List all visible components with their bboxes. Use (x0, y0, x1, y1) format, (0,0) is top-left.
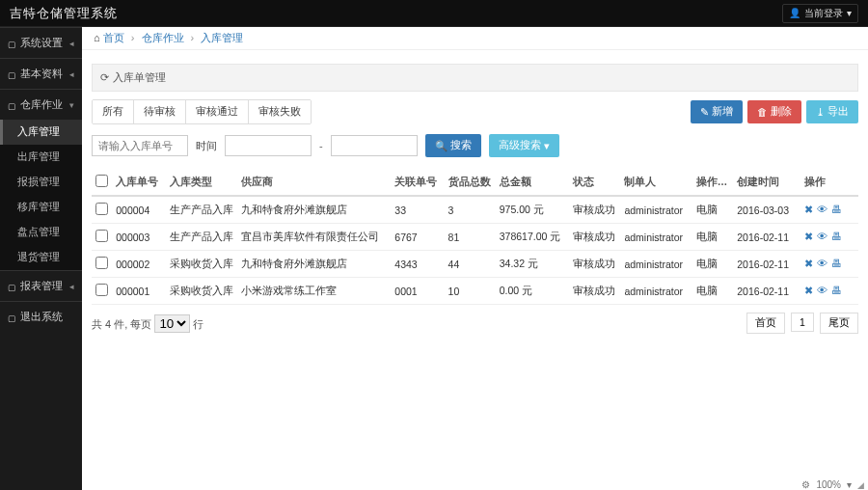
status-bar: ⚙ 100% ▾ ◢ (801, 479, 864, 490)
row-delete-icon[interactable]: ✖ (804, 285, 813, 296)
caret-icon: ▾ (69, 100, 74, 110)
chevron-down-icon: ▾ (847, 8, 852, 18)
time-to-input[interactable] (331, 135, 418, 156)
trash-icon: 🗑 (757, 106, 768, 118)
page-size-select[interactable]: 10 (154, 314, 190, 333)
sidebar-item-2-5[interactable]: 退货管理 (0, 245, 82, 270)
advanced-search-button[interactable]: 高级搜索▾ (489, 134, 559, 157)
table-row: 000003生产产品入库宜昌市美库软件有限责任公司676781378617.00… (92, 224, 858, 251)
panel-title-text: 入库单管理 (113, 70, 166, 85)
order-no-input[interactable] (92, 135, 188, 156)
breadcrumb-home[interactable]: 首页 (103, 32, 124, 43)
sidebar-item-2-4[interactable]: 盘点管理 (0, 220, 82, 245)
sidebar-group-2[interactable]: 仓库作业▾ (0, 90, 82, 120)
topbar: 吉特仓储管理系统 👤 当前登录 ▾ (0, 0, 868, 27)
refresh-icon: ⟳ (100, 71, 109, 84)
caret-icon: ◂ (69, 282, 74, 291)
breadcrumb-2[interactable]: 入库管理 (201, 32, 243, 43)
row-delete-icon[interactable]: ✖ (804, 258, 813, 269)
sidebar-item-2-3[interactable]: 移库管理 (0, 195, 82, 220)
tab-all[interactable]: 所有 (93, 100, 134, 123)
user-label: 当前登录 (804, 7, 843, 20)
breadcrumb: ⌂ 首页 › 仓库作业 › 入库管理 (82, 27, 868, 50)
row-print-icon[interactable]: 🖶 (831, 204, 842, 215)
pager-page[interactable]: 1 (791, 313, 814, 332)
bookmark-icon (8, 281, 16, 292)
sidebar-item-2-0[interactable]: 入库管理 (0, 120, 82, 145)
bookmark-icon (8, 99, 16, 111)
row-view-icon[interactable]: 👁 (817, 231, 827, 242)
row-checkbox[interactable] (95, 284, 108, 296)
time-label: 时间 (196, 139, 217, 153)
tab-passed[interactable]: 审核通过 (186, 100, 249, 123)
select-all-checkbox[interactable] (95, 175, 108, 187)
sidebar: ‹ 系统设置◂基本资料◂仓库作业▾入库管理出库管理报损管理移库管理盘点管理退货管… (0, 27, 82, 490)
row-print-icon[interactable]: 🖶 (831, 231, 842, 242)
user-icon: 👤 (789, 8, 800, 18)
row-print-icon[interactable]: 🖶 (831, 285, 842, 296)
sidebar-group-3[interactable]: 报表管理◂ (0, 271, 82, 301)
bookmark-icon (8, 312, 16, 323)
resize-grip-icon[interactable]: ◢ (857, 480, 864, 490)
caret-icon: ◂ (69, 69, 74, 79)
sidebar-item-2-2[interactable]: 报损管理 (0, 170, 82, 195)
sidebar-group-1[interactable]: 基本资料◂ (0, 59, 82, 89)
bookmark-icon (8, 68, 16, 80)
zoom-level: 100% (816, 479, 841, 490)
tab-pending[interactable]: 待审核 (134, 100, 186, 123)
sidebar-group-4[interactable]: 退出系统 (0, 302, 82, 332)
row-delete-icon[interactable]: ✖ (804, 231, 813, 242)
zoom-caret-icon[interactable]: ▾ (847, 479, 852, 490)
new-button[interactable]: ✎新增 (691, 100, 743, 123)
breadcrumb-1[interactable]: 仓库作业 (142, 32, 184, 43)
row-checkbox[interactable] (95, 257, 108, 269)
caret-icon: ◂ (69, 39, 74, 48)
app-title: 吉特仓储管理系统 (10, 5, 118, 22)
table-row: 000002采购收货入库九和特食府外滩旗舰店43434434.32 元审核成功a… (92, 251, 858, 278)
data-table: 入库单号 入库类型 供应商 关联单号 货品总数 总金额 状态 制单人 操作方式 … (92, 169, 858, 305)
main-content: ⌂ 首页 › 仓库作业 › 入库管理 ⟳ 入库单管理 所有 待审核 审核通过 审… (82, 27, 868, 490)
table-row: 000001采购收货入库小米游戏常练工作室0001100.00 元审核成功adm… (92, 278, 858, 305)
sidebar-group-0[interactable]: 系统设置◂ (0, 28, 82, 58)
bookmark-icon (8, 38, 16, 49)
home-icon: ⌂ (94, 32, 100, 43)
pager: 共 4 件, 每页 10 行 首页 1 尾页 (92, 313, 858, 334)
sidebar-item-2-1[interactable]: 出库管理 (0, 145, 82, 170)
panel-title: ⟳ 入库单管理 (92, 64, 858, 92)
time-from-input[interactable] (225, 135, 312, 156)
row-view-icon[interactable]: 👁 (817, 285, 827, 296)
export-icon: ⤓ (816, 106, 825, 118)
export-button[interactable]: ⤓导出 (806, 100, 858, 123)
row-delete-icon[interactable]: ✖ (804, 204, 813, 215)
status-tabs: 所有 待审核 审核通过 审核失败 (92, 99, 312, 124)
row-view-icon[interactable]: 👁 (817, 258, 827, 269)
row-checkbox[interactable] (95, 203, 108, 215)
delete-button[interactable]: 🗑删除 (747, 100, 801, 123)
gear-icon[interactable]: ⚙ (801, 479, 810, 490)
search-button[interactable]: 🔍搜索 (425, 134, 481, 157)
pager-last[interactable]: 尾页 (820, 313, 858, 334)
table-header-row: 入库单号 入库类型 供应商 关联单号 货品总数 总金额 状态 制单人 操作方式 … (92, 169, 858, 196)
tab-failed[interactable]: 审核失败 (249, 100, 311, 123)
filter-bar: 时间 - 🔍搜索 高级搜索▾ (92, 134, 858, 157)
table-row: 000004生产产品入库九和特食府外滩旗舰店333975.00 元审核成功adm… (92, 196, 858, 224)
search-icon: 🔍 (435, 140, 448, 152)
row-print-icon[interactable]: 🖶 (831, 258, 842, 269)
pencil-icon: ✎ (700, 106, 709, 118)
row-checkbox[interactable] (95, 230, 108, 242)
chevron-down-icon: ▾ (544, 140, 550, 151)
pager-first[interactable]: 首页 (746, 313, 785, 334)
current-user-dropdown[interactable]: 👤 当前登录 ▾ (782, 4, 858, 23)
row-view-icon[interactable]: 👁 (817, 204, 827, 215)
